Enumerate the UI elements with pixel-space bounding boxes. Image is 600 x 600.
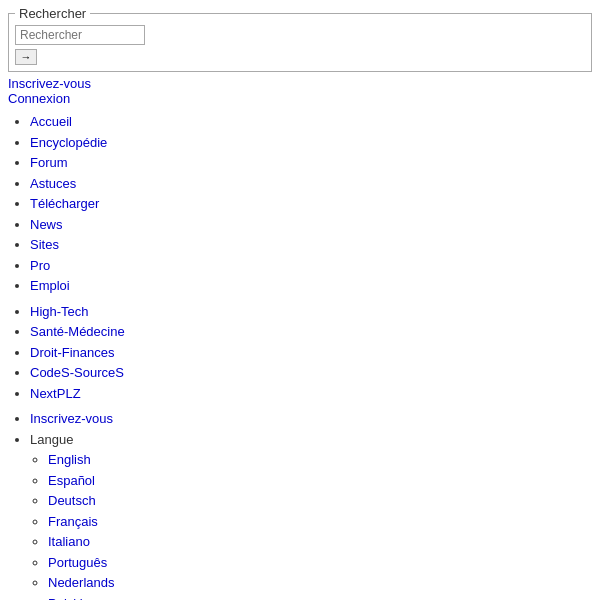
list-item: Nederlands [48, 573, 592, 593]
main-nav-list: Accueil Encyclopédie Forum Astuces Téléc… [8, 112, 592, 296]
list-item: Polski [48, 594, 592, 601]
list-item: Emploi [30, 276, 592, 296]
top-search-button[interactable]: → [15, 49, 37, 65]
list-item: News [30, 215, 592, 235]
list-item: Português [48, 553, 592, 573]
nav-encyclopedie[interactable]: Encyclopédie [30, 135, 107, 150]
langue-item: Langue English Español Deutsch Français … [30, 430, 592, 601]
lang-deutsch[interactable]: Deutsch [48, 493, 96, 508]
user-section-list: Inscrivez-vous Langue English Español De… [8, 409, 592, 600]
nav-hightech[interactable]: High-Tech [30, 304, 89, 319]
lang-italiano[interactable]: Italiano [48, 534, 90, 549]
list-item: Español [48, 471, 592, 491]
register-link-top[interactable]: Inscrivez-vous [8, 76, 91, 91]
list-item: CodeS-SourceS [30, 363, 592, 383]
list-item: Télécharger [30, 194, 592, 214]
languages-list: English Español Deutsch Français Italian… [30, 450, 592, 600]
lang-polski[interactable]: Polski [48, 596, 83, 601]
login-link-top[interactable]: Connexion [8, 91, 70, 106]
list-item: NextPLZ [30, 384, 592, 404]
categories-list: High-Tech Santé-Médecine Droit-Finances … [8, 302, 592, 404]
lang-english[interactable]: English [48, 452, 91, 467]
top-search-input[interactable] [15, 25, 145, 45]
register-link[interactable]: Inscrivez-vous [30, 411, 113, 426]
list-item: Français [48, 512, 592, 532]
nav-sante[interactable]: Santé-Médecine [30, 324, 125, 339]
list-item: English [48, 450, 592, 470]
nav-pro[interactable]: Pro [30, 258, 50, 273]
lang-espanol[interactable]: Español [48, 473, 95, 488]
main-nav: Accueil Encyclopédie Forum Astuces Téléc… [8, 112, 592, 600]
nav-news[interactable]: News [30, 217, 63, 232]
nav-forum[interactable]: Forum [30, 155, 68, 170]
list-item: Droit-Finances [30, 343, 592, 363]
nav-nextplz[interactable]: NextPLZ [30, 386, 81, 401]
nav-emploi[interactable]: Emploi [30, 278, 70, 293]
top-search-fieldset: Rechercher → [8, 6, 592, 72]
lang-portugues[interactable]: Português [48, 555, 107, 570]
list-item: Italiano [48, 532, 592, 552]
top-search-legend: Rechercher [15, 6, 90, 21]
list-item: Astuces [30, 174, 592, 194]
nav-droit[interactable]: Droit-Finances [30, 345, 115, 360]
nav-accueil[interactable]: Accueil [30, 114, 72, 129]
list-item: Pro [30, 256, 592, 276]
langue-label: Langue [30, 432, 73, 447]
list-item: Sites [30, 235, 592, 255]
nav-codes[interactable]: CodeS-SourceS [30, 365, 124, 380]
nav-sites[interactable]: Sites [30, 237, 59, 252]
top-links: Inscrivez-vous Connexion [8, 76, 592, 106]
lang-nederlands[interactable]: Nederlands [48, 575, 115, 590]
list-item: Deutsch [48, 491, 592, 511]
nav-telecharger[interactable]: Télécharger [30, 196, 99, 211]
list-item: Accueil [30, 112, 592, 132]
list-item: High-Tech [30, 302, 592, 322]
nav-astuces[interactable]: Astuces [30, 176, 76, 191]
list-item: Forum [30, 153, 592, 173]
list-item: Santé-Médecine [30, 322, 592, 342]
list-item: Encyclopédie [30, 133, 592, 153]
lang-francais[interactable]: Français [48, 514, 98, 529]
list-item: Inscrivez-vous [30, 409, 592, 429]
